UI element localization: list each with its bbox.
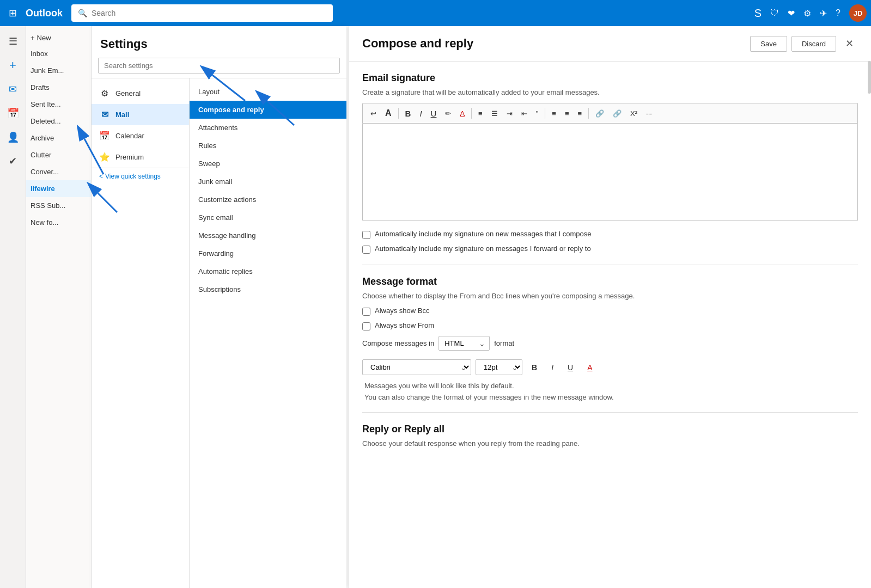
help-icon[interactable]: ?	[836, 8, 840, 18]
toolbar-numbered-list[interactable]: ≡	[562, 108, 572, 119]
submenu-customize[interactable]: Customize actions	[190, 191, 346, 209]
submenu-sweep[interactable]: Sweep	[190, 155, 346, 173]
save-button[interactable]: Save	[750, 36, 787, 52]
discard-button[interactable]: Discard	[791, 36, 836, 52]
submenu-sync[interactable]: Sync email	[190, 209, 346, 226]
font-select[interactable]: Calibri Arial Times New Roman	[362, 359, 471, 375]
nav-compose-icon[interactable]: +	[2, 54, 24, 76]
toolbar-font-color[interactable]: A	[456, 108, 468, 119]
format-select[interactable]: HTML Plain text	[438, 336, 490, 351]
search-input[interactable]	[92, 9, 326, 17]
submenu-attachments[interactable]: Attachments	[190, 119, 346, 137]
checkbox-from-label: Always show From	[375, 321, 434, 329]
sidebar-item-conversations[interactable]: Conver...	[26, 163, 91, 180]
toolbar-more[interactable]: ···	[643, 108, 655, 119]
grid-icon[interactable]: ⊞	[4, 5, 21, 21]
scrollbar-thumb[interactable]	[868, 61, 871, 94]
toolbar-undo[interactable]: ↩	[367, 108, 380, 119]
sidebar-item-drafts[interactable]: Drafts	[26, 79, 91, 96]
new-mail-button[interactable]: + New	[26, 30, 91, 45]
search-icon: 🔍	[78, 9, 87, 17]
submenu-compose-reply[interactable]: Compose and reply	[190, 101, 346, 119]
toolbar-superscript[interactable]: X²	[627, 108, 641, 119]
email-signature-title: Email signature	[362, 72, 858, 84]
nav-tasks-icon[interactable]: ✔	[2, 150, 24, 172]
dialog-title: Compose and reply	[362, 36, 746, 51]
sidebar-item-sent[interactable]: Sent Ite...	[26, 96, 91, 113]
sidebar-item-rss[interactable]: RSS Sub...	[26, 197, 91, 214]
compose-messages-label: Compose messages in	[362, 339, 434, 347]
view-quick-settings[interactable]: < View quick settings	[92, 168, 189, 185]
email-signature-desc: Create a signature that will be automati…	[362, 88, 858, 96]
settings-nav-general[interactable]: ⚙ General	[92, 83, 189, 104]
toolbar-underline[interactable]: U	[428, 107, 440, 120]
toolbar-align-center[interactable]: ☰	[488, 108, 501, 119]
format-row: Compose messages in HTML Plain text form…	[362, 336, 858, 351]
scrollbar-track[interactable]	[868, 59, 871, 588]
toolbar-indent[interactable]: ⇥	[503, 108, 516, 119]
checkbox-bcc[interactable]	[362, 308, 370, 316]
font-color-btn[interactable]: A	[582, 360, 597, 375]
toolbar-highlight[interactable]: ✏	[442, 108, 454, 119]
submenu-junk[interactable]: Junk email	[190, 173, 346, 191]
default-msg-1: Messages you write will look like this b…	[362, 382, 858, 390]
submenu-message-handling[interactable]: Message handling	[190, 226, 346, 244]
submenu-subscriptions[interactable]: Subscriptions	[190, 280, 346, 298]
toolbar-unlink[interactable]: 🔗	[610, 108, 625, 119]
sidebar-item-newfolder[interactable]: New fo...	[26, 214, 91, 231]
sidebar-item-lifewire[interactable]: lifewire	[26, 180, 91, 197]
settings-nav: ⚙ General ✉ Mail 📅 Calendar ⭐ Premium <	[92, 78, 190, 588]
toolbar-outdent[interactable]: ⇤	[518, 108, 531, 119]
checkbox-from[interactable]	[362, 322, 370, 330]
nav-mail-icon[interactable]: ✉	[2, 78, 24, 100]
toolbar-italic[interactable]: I	[416, 107, 425, 120]
size-select[interactable]: 12pt 10pt 14pt	[476, 359, 522, 375]
submenu-rules[interactable]: Rules	[190, 137, 346, 155]
nav-calendar-icon[interactable]: 📅	[2, 102, 24, 124]
calendar-nav-icon: 📅	[99, 131, 110, 141]
toolbar-quote[interactable]: "	[533, 108, 542, 119]
close-button[interactable]: ✕	[840, 35, 858, 52]
nav-menu-icon[interactable]: ☰	[2, 30, 24, 52]
settings-nav-calendar[interactable]: 📅 Calendar	[92, 125, 189, 146]
toolbar-indent2[interactable]: ≡	[575, 108, 586, 119]
sidebar-item-deleted[interactable]: Deleted...	[26, 113, 91, 130]
settings-nav-premium[interactable]: ⭐ Premium	[92, 146, 189, 168]
search-bar[interactable]: 🔍	[71, 4, 333, 22]
skype-icon[interactable]: S	[754, 7, 762, 20]
submenu-layout[interactable]: Layout	[190, 83, 346, 101]
settings-search-wrap	[92, 58, 346, 78]
submenu-forwarding[interactable]: Forwarding	[190, 244, 346, 262]
font-bold-btn[interactable]: B	[527, 360, 542, 375]
sidebar-item-junk[interactable]: Junk Em...	[26, 62, 91, 79]
sidebar-item-inbox[interactable]: Inbox	[26, 45, 91, 62]
format-select-wrapper: HTML Plain text	[438, 336, 490, 351]
settings-icon[interactable]: ⚙	[803, 8, 811, 19]
app-title: Outlook	[26, 8, 63, 19]
checkbox-row-forward: Automatically include my signature on me…	[362, 244, 858, 254]
avatar[interactable]: JD	[849, 4, 867, 22]
send-icon[interactable]: ✈	[820, 8, 827, 19]
sidebar-item-archive[interactable]: Archive	[26, 130, 91, 146]
toolbar-link[interactable]: 🔗	[592, 108, 607, 119]
nav-people-icon[interactable]: 👤	[2, 126, 24, 148]
email-signature-section: Email signature Create a signature that …	[362, 72, 858, 254]
toolbar-font[interactable]: A	[382, 107, 395, 120]
settings-panel: Settings ⚙ General ✉ Mail 📅 Calendar	[92, 26, 346, 588]
submenu-auto-replies[interactable]: Automatic replies	[190, 262, 346, 280]
shield-icon[interactable]: 🛡	[770, 8, 779, 18]
checkbox-forward[interactable]	[362, 246, 370, 254]
checkbox-new-messages[interactable]	[362, 231, 370, 239]
favorites-icon[interactable]: ❤	[788, 8, 795, 19]
toolbar-bulleted-list[interactable]: ≡	[549, 108, 559, 119]
toolbar-bold[interactable]: B	[402, 107, 415, 120]
font-underline-btn[interactable]: U	[563, 360, 578, 375]
toolbar-align-left[interactable]: ≡	[475, 108, 486, 119]
signature-editor[interactable]	[362, 123, 858, 221]
sidebar-item-clutter[interactable]: Clutter	[26, 146, 91, 163]
font-italic-btn[interactable]: I	[546, 360, 558, 375]
settings-search-input[interactable]	[98, 58, 340, 74]
checkbox-forward-label: Automatically include my signature on me…	[375, 244, 591, 253]
plus-icon: +	[31, 34, 35, 42]
settings-nav-mail[interactable]: ✉ Mail	[92, 104, 189, 125]
